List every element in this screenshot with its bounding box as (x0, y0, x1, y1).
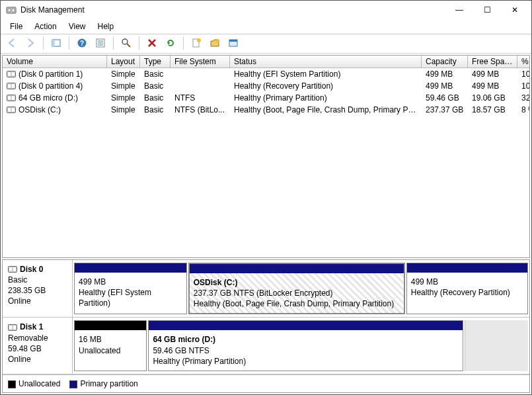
new-folder-icon[interactable] (208, 36, 222, 50)
properties-icon[interactable] (226, 36, 241, 50)
back-icon[interactable] (5, 36, 19, 50)
close-button[interactable]: ✕ (501, 1, 529, 19)
partition-primary[interactable]: 499 MBHealthy (Recovery Partition) (406, 263, 528, 315)
volume-status: Healthy (Primary Partition) (230, 92, 422, 104)
svg-rect-23 (12, 85, 15, 88)
svg-rect-17 (229, 40, 237, 42)
volume-name: OSDisk (C:) (3, 104, 107, 116)
volume-type: Basic (140, 80, 171, 92)
disk-map-empty (465, 320, 528, 371)
volume-status: Healthy (Recovery Partition) (230, 80, 422, 92)
new-icon[interactable] (189, 36, 204, 50)
maximize-button[interactable]: ☐ (473, 1, 501, 19)
app-icon (6, 5, 17, 15)
svg-rect-4 (52, 40, 55, 46)
volume-pct: 32 % (517, 92, 530, 104)
volume-row[interactable]: 64 GB micro (D:)SimpleBasicNTFSHealthy (… (3, 92, 529, 104)
svg-rect-35 (13, 326, 16, 329)
volume-pct: 8 % (517, 104, 530, 116)
volume-row[interactable]: (Disk 0 partition 1)SimpleBasicHealthy (… (3, 68, 529, 80)
volume-fs: NTFS (171, 92, 230, 104)
disk-row: Disk 0Basic238.35 GBOnline499 MBHealthy … (3, 260, 529, 318)
partition-primary[interactable]: OSDisk (C:)237.37 GB NTFS (BitLocker Enc… (188, 263, 405, 315)
volume-row[interactable]: OSDisk (C:)SimpleBasicNTFS (BitLo...Heal… (3, 104, 529, 116)
volume-name: (Disk 0 partition 4) (3, 80, 107, 92)
toolbar: ? (1, 34, 531, 54)
col-file-system[interactable]: File System (171, 56, 230, 68)
volume-type: Basic (140, 104, 171, 116)
menu-view[interactable]: View (63, 21, 91, 32)
help-icon[interactable]: ? (75, 36, 89, 50)
volume-capacity: 499 MB (422, 80, 468, 92)
svg-rect-28 (8, 109, 11, 112)
col-status[interactable]: Status (230, 56, 422, 68)
volume-free: 499 MB (468, 80, 517, 92)
legend-primary: Primary partition (69, 379, 137, 388)
minimize-button[interactable]: — (445, 1, 473, 19)
svg-point-14 (197, 38, 201, 42)
disk-label[interactable]: Disk 1Removable59.48 GBOnline (3, 318, 73, 374)
partition-primary[interactable]: 64 GB micro (D:)59.46 GB NTFSHealthy (Pr… (148, 320, 463, 371)
col-layout[interactable]: Layout (107, 56, 140, 68)
volume-free: 19.06 GB (468, 92, 517, 104)
col-pct-free[interactable]: % Free (517, 56, 530, 68)
svg-rect-31 (9, 267, 12, 271)
volume-status: Healthy (Boot, Page File, Crash Dump, Pr… (230, 104, 422, 116)
find-icon[interactable] (119, 36, 133, 50)
forward-icon[interactable] (23, 36, 38, 50)
window-title: Disk Management (20, 5, 445, 15)
volume-fs: NTFS (BitLo... (171, 104, 230, 116)
svg-rect-26 (12, 97, 15, 100)
volume-list-pane: Volume Layout Type File System Status Ca… (2, 55, 530, 258)
volume-name: 64 GB micro (D:) (3, 92, 107, 104)
disk-partitions: 499 MBHealthy (EFI System Partition)OSDi… (73, 260, 529, 318)
action-sheet-icon[interactable] (93, 36, 108, 50)
svg-rect-29 (12, 109, 15, 112)
volume-type: Basic (140, 92, 171, 104)
menubar: File Action View Help (1, 19, 531, 34)
svg-rect-25 (8, 97, 11, 100)
volume-layout: Simple (107, 68, 140, 80)
volume-name: (Disk 0 partition 1) (3, 68, 107, 80)
volume-pct: 100 % (517, 80, 530, 92)
volume-layout: Simple (107, 92, 140, 104)
volume-layout: Simple (107, 104, 140, 116)
disk-map-pane: Disk 0Basic238.35 GBOnline499 MBHealthy … (2, 259, 530, 393)
col-volume[interactable]: Volume (3, 56, 107, 68)
col-capacity[interactable]: Capacity (422, 56, 468, 68)
volume-layout: Simple (107, 80, 140, 92)
menu-file[interactable]: File (5, 21, 28, 32)
disk-row: Disk 1Removable59.48 GBOnline16 MBUnallo… (3, 318, 529, 374)
svg-text:?: ? (80, 40, 84, 47)
volume-fs (171, 80, 230, 92)
volume-fs (171, 68, 230, 80)
show-hide-icon[interactable] (49, 36, 63, 50)
volume-free: 18.57 GB (468, 104, 517, 116)
svg-rect-20 (12, 73, 15, 76)
volume-capacity: 237.37 GB (422, 104, 468, 116)
menu-action[interactable]: Action (29, 21, 61, 32)
volume-type: Basic (140, 68, 171, 80)
menu-help[interactable]: Help (93, 21, 120, 32)
volume-row[interactable]: (Disk 0 partition 4)SimpleBasicHealthy (… (3, 80, 529, 92)
titlebar: Disk Management — ☐ ✕ (1, 1, 531, 19)
volume-status: Healthy (EFI System Partition) (230, 68, 422, 80)
svg-point-11 (122, 39, 128, 44)
volume-capacity: 499 MB (422, 68, 468, 80)
refresh-icon[interactable] (163, 36, 178, 50)
volume-capacity: 59.46 GB (422, 92, 468, 104)
col-type[interactable]: Type (140, 56, 171, 68)
disk-partitions: 16 MBUnallocated64 GB micro (D:)59.46 GB… (73, 318, 529, 374)
svg-rect-22 (8, 85, 11, 88)
col-free-space[interactable]: Free Space (468, 56, 517, 68)
volume-columns: Volume Layout Type File System Status Ca… (3, 56, 529, 68)
disk-label[interactable]: Disk 0Basic238.35 GBOnline (3, 260, 73, 318)
volume-pct: 100 % (517, 68, 530, 80)
svg-rect-1 (8, 9, 11, 12)
svg-point-15 (216, 40, 219, 43)
delete-icon[interactable] (145, 36, 159, 50)
partition-unallocated[interactable]: 16 MBUnallocated (74, 320, 147, 371)
svg-rect-32 (13, 267, 16, 271)
partition-primary[interactable]: 499 MBHealthy (EFI System Partition) (74, 263, 187, 315)
svg-line-12 (127, 44, 130, 47)
